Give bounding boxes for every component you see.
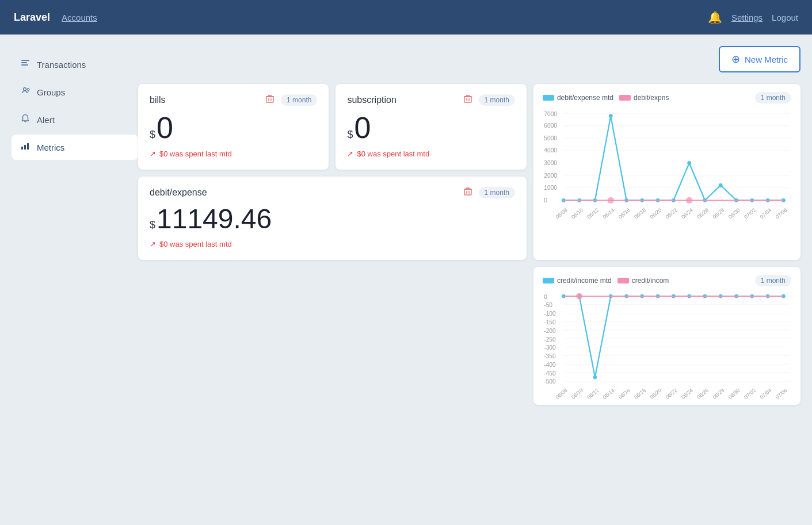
svg-rect-6 <box>24 145 26 150</box>
credit-legend-color-2 <box>617 278 629 283</box>
debit-chart-area: 7000 6000 5000 4000 3000 2000 1000 0 <box>543 108 791 219</box>
accounts-link[interactable]: Accounts <box>62 13 97 22</box>
header-right: 🔔 Settings Logout <box>708 10 798 24</box>
svg-text:-450: -450 <box>544 370 556 377</box>
main-layout: Transactions Groups Alert Metrics ⊕ <box>0 35 812 525</box>
credit-legend-1: credit/income mtd <box>543 277 612 285</box>
subscription-currency: $ <box>347 129 353 141</box>
debit-expense-footer-text: $0 was spent last mtd <box>159 240 232 248</box>
credit-chart-header: credit/income mtd credit/incom 1 month <box>543 275 791 286</box>
svg-text:06/10: 06/10 <box>570 207 584 219</box>
svg-point-4 <box>27 89 29 91</box>
svg-text:06/16: 06/16 <box>617 207 631 219</box>
svg-text:1000: 1000 <box>544 185 557 191</box>
svg-point-42 <box>686 197 692 204</box>
svg-text:07/02: 07/02 <box>743 388 757 399</box>
svg-text:-100: -100 <box>544 311 556 317</box>
sidebar-item-alert[interactable]: Alert <box>12 107 138 132</box>
bills-period-badge: 1 month <box>281 94 317 106</box>
alert-icon <box>21 114 30 125</box>
svg-text:0: 0 <box>544 197 547 204</box>
svg-point-96 <box>576 293 582 299</box>
bell-icon[interactable]: 🔔 <box>708 10 722 24</box>
new-metric-label: New Metric <box>745 55 788 64</box>
svg-text:2000: 2000 <box>544 173 557 179</box>
bills-delete-icon[interactable] <box>266 94 274 106</box>
svg-text:06/24: 06/24 <box>680 207 694 219</box>
svg-text:06/08: 06/08 <box>555 388 569 399</box>
svg-text:06/18: 06/18 <box>633 388 647 399</box>
svg-rect-1 <box>21 62 27 63</box>
subscription-delete-icon[interactable] <box>464 94 472 106</box>
svg-text:06/14: 06/14 <box>602 388 616 399</box>
debit-expense-header: debit/expense 1 month <box>150 187 515 198</box>
credit-legend-label-1: credit/income mtd <box>557 277 612 285</box>
subscription-value: 0 <box>354 113 371 143</box>
bills-card-header: bills 1 month <box>150 94 317 106</box>
debit-expense-title: debit/expense <box>150 187 207 198</box>
svg-text:06/26: 06/26 <box>696 388 710 399</box>
debit-chart-header: debit/expense mtd debit/expns 1 month <box>543 92 791 104</box>
credit-income-chart-card: credit/income mtd credit/incom 1 month 0… <box>533 267 800 405</box>
logout-link[interactable]: Logout <box>772 13 798 22</box>
debit-legend-1: debit/expense mtd <box>543 94 613 102</box>
debit-chart-period: 1 month <box>755 92 791 104</box>
svg-rect-0 <box>21 60 29 61</box>
svg-text:5000: 5000 <box>544 135 557 141</box>
svg-point-36 <box>719 183 723 187</box>
svg-text:0: 0 <box>544 294 547 300</box>
svg-point-34 <box>687 161 691 165</box>
subscription-footer-text: $0 was spent last mtd <box>357 150 429 158</box>
svg-rect-7 <box>27 143 29 150</box>
debit-legend-2: debit/expns <box>619 94 669 102</box>
metrics-icon <box>21 141 30 153</box>
svg-text:06/22: 06/22 <box>665 388 678 399</box>
svg-text:3000: 3000 <box>544 160 557 166</box>
svg-text:-150: -150 <box>544 319 556 325</box>
svg-text:07/06: 07/06 <box>775 388 788 399</box>
svg-rect-58 <box>464 189 471 195</box>
svg-text:6000: 6000 <box>544 122 557 129</box>
svg-rect-5 <box>21 147 23 150</box>
svg-text:-500: -500 <box>544 378 556 385</box>
debit-expense-svg: 7000 6000 5000 4000 3000 2000 1000 0 <box>543 108 791 219</box>
svg-text:07/02: 07/02 <box>743 207 757 219</box>
sidebar-item-transactions[interactable]: Transactions <box>12 52 138 77</box>
subscription-footer: ↗ $0 was spent last mtd <box>347 150 514 158</box>
sidebar-item-label: Metrics <box>37 143 64 152</box>
subscription-value-row: $ 0 <box>347 113 514 143</box>
groups-icon <box>21 86 30 98</box>
svg-text:-200: -200 <box>544 328 556 334</box>
debit-expense-header-right: 1 month <box>464 187 515 198</box>
debit-expense-delete-icon[interactable] <box>464 187 472 198</box>
credit-income-svg: 0 -50 -100 -150 -200 -250 -300 -350 -400… <box>543 291 791 399</box>
bills-value-row: $ 0 <box>150 113 317 143</box>
debit-expense-period-badge: 1 month <box>479 187 515 198</box>
subscription-card: subscription 1 month $ 0 ↗ $0 was spent … <box>336 84 526 170</box>
svg-text:07/04: 07/04 <box>758 207 772 219</box>
svg-text:06/28: 06/28 <box>712 388 726 399</box>
sidebar-item-label: Groups <box>37 87 65 97</box>
plus-icon: ⊕ <box>731 53 740 66</box>
bills-title: bills <box>150 95 166 105</box>
debit-legend-color-1 <box>543 95 554 101</box>
svg-text:07/06: 07/06 <box>775 207 788 219</box>
sidebar-item-metrics[interactable]: Metrics <box>12 135 138 160</box>
metrics-grid: bills 1 month $ 0 ↗ $0 was spent last mt… <box>138 84 800 405</box>
svg-text:06/26: 06/26 <box>696 207 710 219</box>
credit-chart-period: 1 month <box>755 275 791 286</box>
settings-link[interactable]: Settings <box>731 13 763 22</box>
svg-text:06/20: 06/20 <box>649 207 662 219</box>
svg-text:06/30: 06/30 <box>727 207 741 219</box>
subscription-trend-icon: ↗ <box>347 150 353 158</box>
content-area: ⊕ New Metric bills 1 month $ <box>138 46 800 513</box>
svg-text:-350: -350 <box>544 353 556 359</box>
new-metric-button[interactable]: ⊕ New Metric <box>719 46 800 72</box>
bills-card: bills 1 month $ 0 ↗ $0 was spent last mt… <box>138 84 329 170</box>
sidebar-item-groups[interactable]: Groups <box>12 79 138 105</box>
debit-expense-value-row: $ 11149.46 <box>150 205 515 233</box>
header-left: Laravel Accounts <box>14 12 97 24</box>
bills-header-right: 1 month <box>266 94 317 106</box>
svg-rect-9 <box>464 97 471 102</box>
debit-expense-value: 11149.46 <box>157 205 272 233</box>
